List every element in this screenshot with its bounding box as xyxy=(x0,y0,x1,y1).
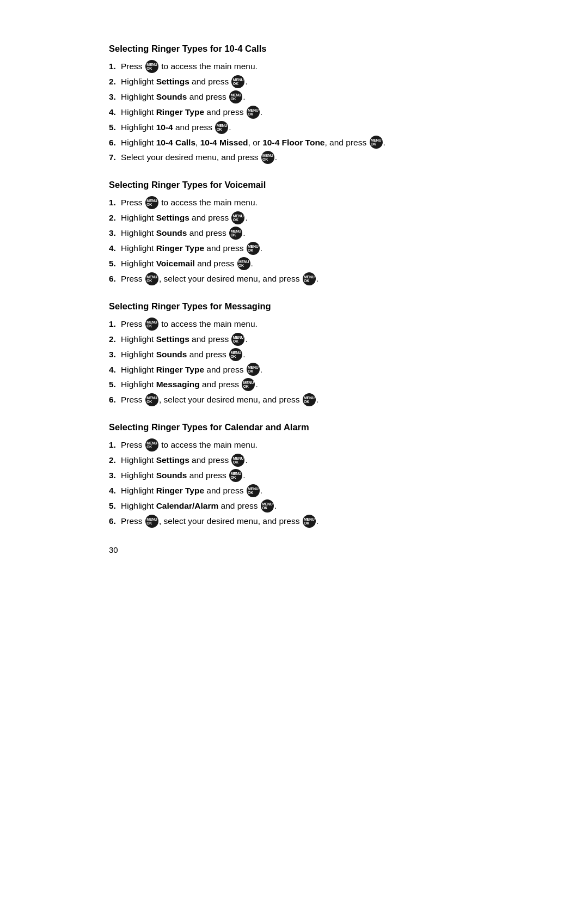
menu-ok-icon: MENUOK xyxy=(303,515,316,528)
step-number: 5. xyxy=(109,377,121,392)
step-number: 2. xyxy=(109,332,121,346)
list-item: 4.Highlight Ringer Type and press MENUOK… xyxy=(109,484,501,498)
normal-text: and press xyxy=(204,243,246,253)
normal-text: . xyxy=(243,228,245,237)
step-number: 1. xyxy=(109,196,121,210)
bold-text: Voicemail xyxy=(156,259,195,268)
menu-ok-icon: MENUOK xyxy=(145,196,158,209)
menu-ok-icon: MENUOK xyxy=(261,499,274,513)
normal-text: . xyxy=(275,152,277,162)
step-number: 4. xyxy=(109,363,121,377)
normal-text: and press xyxy=(189,213,231,222)
step-content: Highlight Ringer Type and press MENUOK. xyxy=(121,105,501,119)
steps-list: 1.Press MENUOK to access the main menu.2… xyxy=(109,317,501,407)
normal-text: , and press xyxy=(325,138,369,147)
step-content: Highlight Sounds and press MENUOK. xyxy=(121,468,501,483)
bold-text: Settings xyxy=(156,455,189,465)
step-number: 3. xyxy=(109,468,121,483)
step-content: Press MENUOK to access the main menu. xyxy=(121,317,501,331)
bold-text: Settings xyxy=(156,77,189,86)
menu-ok-icon: MENUOK xyxy=(231,454,244,467)
bold-text: Calendar/Alarm xyxy=(156,501,219,510)
list-item: 6.Press MENUOK, select your desired menu… xyxy=(109,514,501,528)
bold-text: Sounds xyxy=(156,92,187,101)
list-item: 5.Highlight Messaging and press MENUOK. xyxy=(109,377,501,392)
step-content: Press MENUOK to access the main menu. xyxy=(121,438,501,452)
section-title: Selecting Ringer Types for 10-4 Calls xyxy=(109,44,501,54)
normal-text: . xyxy=(229,123,231,132)
normal-text: . xyxy=(255,380,258,389)
normal-text: and press xyxy=(173,123,215,132)
normal-text: . xyxy=(274,501,277,510)
list-item: 4.Highlight Ringer Type and press MENUOK… xyxy=(109,363,501,377)
menu-ok-icon: MENUOK xyxy=(231,75,244,88)
menu-ok-icon: MENUOK xyxy=(247,363,260,376)
bold-text: Ringer Type xyxy=(156,365,204,374)
step-number: 4. xyxy=(109,484,121,498)
step-content: Select your desired menu, and press MENU… xyxy=(121,150,501,164)
menu-ok-icon: MENUOK xyxy=(247,106,260,119)
bold-text: Sounds xyxy=(156,350,187,359)
step-content: Press MENUOK, select your desired menu, … xyxy=(121,393,501,407)
bold-text: Ringer Type xyxy=(156,243,204,253)
menu-ok-icon: MENUOK xyxy=(145,272,158,285)
normal-text: to access the main menu. xyxy=(159,440,258,449)
list-item: 1.Press MENUOK to access the main menu. xyxy=(109,317,501,331)
normal-text: Highlight xyxy=(121,350,156,359)
normal-text: Highlight xyxy=(121,501,156,510)
normal-text: . xyxy=(245,334,247,344)
bold-text: Ringer Type xyxy=(156,107,204,117)
step-content: Highlight Sounds and press MENUOK. xyxy=(121,226,501,240)
normal-text: . xyxy=(260,365,262,374)
section-section-calendar-alarm: Selecting Ringer Types for Calendar and … xyxy=(109,422,501,528)
bold-text: 10-4 Missed xyxy=(200,138,248,147)
menu-ok-icon: MENUOK xyxy=(145,60,158,73)
menu-ok-icon: MENUOK xyxy=(231,211,244,224)
list-item: 3.Highlight Sounds and press MENUOK. xyxy=(109,90,501,104)
bold-text: Ringer Type xyxy=(156,486,204,495)
bold-text: Settings xyxy=(156,334,189,344)
step-number: 6. xyxy=(109,393,121,407)
sections-container: Selecting Ringer Types for 10-4 Calls1.P… xyxy=(109,44,501,528)
step-number: 6. xyxy=(109,272,121,286)
menu-ok-icon: MENUOK xyxy=(370,136,383,149)
step-content: Highlight Ringer Type and press MENUOK. xyxy=(121,241,501,255)
normal-text: and press xyxy=(204,107,246,117)
normal-text: Press xyxy=(121,516,145,526)
normal-text: Highlight xyxy=(121,455,156,465)
bold-text: 10-4 xyxy=(156,123,173,132)
step-number: 4. xyxy=(109,241,121,255)
step-number: 1. xyxy=(109,317,121,331)
step-content: Highlight Settings and press MENUOK. xyxy=(121,211,501,225)
normal-text: and press xyxy=(187,92,229,101)
list-item: 3.Highlight Sounds and press MENUOK. xyxy=(109,347,501,362)
step-number: 3. xyxy=(109,90,121,104)
list-item: 4.Highlight Ringer Type and press MENUOK… xyxy=(109,105,501,119)
step-content: Highlight Settings and press MENUOK. xyxy=(121,453,501,467)
menu-ok-icon: MENUOK xyxy=(247,242,260,255)
step-number: 5. xyxy=(109,257,121,271)
steps-list: 1.Press MENUOK to access the main menu.2… xyxy=(109,59,501,164)
step-content: Press MENUOK, select your desired menu, … xyxy=(121,272,501,286)
list-item: 6.Highlight 10-4 Calls, 10-4 Missed, or … xyxy=(109,136,501,150)
section-title: Selecting Ringer Types for Voicemail xyxy=(109,180,501,190)
step-number: 5. xyxy=(109,499,121,513)
normal-text: . xyxy=(245,213,247,222)
bold-text: 10-4 Calls xyxy=(156,138,195,147)
normal-text: Highlight xyxy=(121,107,156,117)
normal-text: Highlight xyxy=(121,138,156,147)
normal-text: . xyxy=(251,259,253,268)
step-number: 6. xyxy=(109,136,121,150)
normal-text: and press xyxy=(187,228,229,237)
menu-ok-icon: MENUOK xyxy=(242,378,255,391)
list-item: 6.Press MENUOK, select your desired menu… xyxy=(109,393,501,407)
step-content: Highlight Sounds and press MENUOK. xyxy=(121,90,501,104)
normal-text: to access the main menu. xyxy=(159,319,258,328)
step-content: Press MENUOK, select your desired menu, … xyxy=(121,514,501,528)
menu-ok-icon: MENUOK xyxy=(303,393,316,406)
normal-text: . xyxy=(260,486,262,495)
list-item: 2.Highlight Settings and press MENUOK. xyxy=(109,332,501,346)
bold-text: Messaging xyxy=(156,380,200,389)
normal-text: Highlight xyxy=(121,92,156,101)
page-container: Selecting Ringer Types for 10-4 Calls1.P… xyxy=(0,0,588,587)
